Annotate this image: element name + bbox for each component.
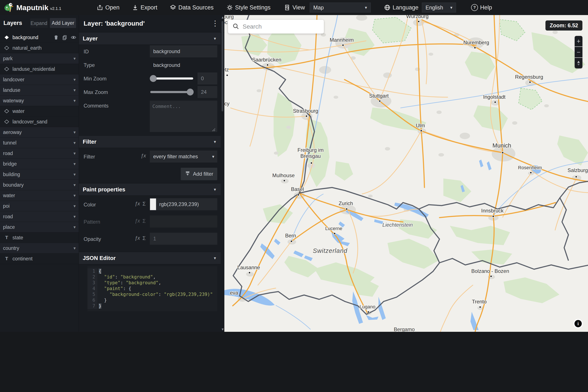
layer-list-item-landcover_sand[interactable]: landcover_sand: [0, 116, 79, 127]
scroll-up-icon[interactable]: ▲: [221, 16, 224, 19]
section-layer[interactable]: Layer ▾: [79, 32, 221, 45]
max-zoom-value[interactable]: 24: [198, 86, 217, 98]
layer-list-item-water[interactable]: water▾: [0, 190, 79, 201]
layer-list-item-background[interactable]: background: [0, 32, 79, 43]
duplicate-layer-icon[interactable]: [62, 34, 67, 40]
map-label: Basel: [291, 186, 304, 192]
chevron-down-icon[interactable]: ▾: [73, 98, 76, 103]
json-editor-line[interactable]: 1{: [87, 268, 217, 274]
min-zoom-value[interactable]: 0: [198, 72, 217, 84]
chevron-down-icon[interactable]: ▾: [73, 130, 76, 135]
json-editor-line[interactable]: 6 }: [87, 298, 217, 303]
layer-list-item-road[interactable]: road▾: [0, 211, 79, 222]
style-settings-menu-button[interactable]: Style Settings: [227, 4, 271, 11]
layer-list-item-park[interactable]: park▾: [0, 53, 79, 64]
comments-textarea[interactable]: [150, 101, 217, 132]
min-zoom-slider[interactable]: [150, 78, 193, 80]
chevron-down-icon[interactable]: ▾: [73, 140, 76, 145]
id-input[interactable]: background: [150, 45, 217, 58]
layer-list-item-natural_earth[interactable]: natural_earth: [0, 43, 79, 53]
layer-list-item-road[interactable]: road▾: [0, 148, 79, 159]
chevron-down-icon[interactable]: ▾: [73, 193, 76, 198]
layer-list-item-waterway[interactable]: waterway▾: [0, 96, 79, 106]
zoom-out-button[interactable]: −: [575, 47, 583, 58]
chevron-down-icon[interactable]: ▾: [73, 172, 76, 177]
attribution-info-button[interactable]: i: [573, 319, 583, 328]
layer-list-item-continent[interactable]: Tcontinent: [0, 254, 79, 264]
min-zoom-label: Min Zoom: [84, 76, 107, 82]
layer-list-item-water[interactable]: water: [0, 106, 79, 116]
visibility-eye-icon[interactable]: [70, 34, 76, 40]
json-code-editor[interactable]: 1{2 "id": "background",3 "type": "backgr…: [87, 266, 217, 311]
brand[interactable]: Maputnik v2.1.1: [4, 2, 61, 13]
chevron-down-icon[interactable]: ▾: [73, 88, 76, 93]
min-zoom-slider-thumb[interactable]: [150, 75, 157, 82]
color-input[interactable]: rgb(239,239,239): [156, 198, 217, 210]
add-filter-button[interactable]: Add filter: [181, 168, 217, 180]
textarea-resize-grip[interactable]: [212, 128, 215, 131]
layer-list-item-aeroway[interactable]: aeroway▾: [0, 127, 79, 138]
layer-list-item-tunnel[interactable]: tunnel▾: [0, 138, 79, 148]
layer-list-item-country[interactable]: country▾: [0, 243, 79, 254]
map-label: Bolzano - Bozen: [471, 268, 509, 274]
max-zoom-slider-thumb[interactable]: [187, 88, 194, 96]
json-editor-line[interactable]: 3 "type": "background",: [87, 280, 217, 286]
layer-list-item-boundary[interactable]: boundary▾: [0, 180, 79, 190]
compass-reset-button[interactable]: [575, 58, 583, 68]
map-label: Breisgau: [300, 153, 321, 159]
delete-layer-icon[interactable]: [53, 34, 59, 40]
export-menu-button[interactable]: Export: [132, 4, 157, 11]
section-filter[interactable]: Filter ▾: [79, 136, 221, 148]
section-paint[interactable]: Paint properties ▾: [79, 183, 221, 196]
data-sources-menu-button[interactable]: Data Sources: [170, 4, 214, 11]
chevron-down-icon[interactable]: ▾: [73, 224, 76, 230]
layer-list-item-landuse[interactable]: landuse▾: [0, 85, 79, 96]
json-editor-line[interactable]: 5 "background-color": "rgb(239,239,239)": [87, 292, 217, 298]
map-viewport[interactable]: bourgocWürzburgMannheimNurembergSaarbrüc…: [224, 15, 588, 332]
language-select[interactable]: English ▾: [422, 2, 456, 12]
kebab-menu-icon[interactable]: ⋮: [212, 19, 219, 28]
scrollbar-thumb[interactable]: [222, 21, 223, 112]
zoom-in-button[interactable]: +: [575, 36, 583, 47]
layer-list-item-poi[interactable]: poi▾: [0, 201, 79, 211]
sigma-icon[interactable]: Σ: [142, 235, 146, 241]
add-layer-button[interactable]: Add Layer: [50, 18, 76, 28]
chevron-down-icon[interactable]: ▾: [73, 151, 76, 156]
layer-list-item-state[interactable]: Tstate: [0, 232, 79, 243]
color-swatch[interactable]: [150, 198, 156, 210]
chevron-down-icon[interactable]: ▾: [73, 246, 76, 251]
chevron-down-icon[interactable]: ▾: [73, 77, 76, 82]
panel-scrollbar[interactable]: ▲ ▼: [221, 16, 224, 331]
chevron-down-icon[interactable]: ▾: [73, 214, 76, 219]
sigma-icon[interactable]: Σ: [142, 201, 146, 207]
pattern-input[interactable]: [150, 216, 217, 228]
help-menu-button[interactable]: ? Help: [471, 4, 492, 11]
json-editor-line[interactable]: 4 "paint": {: [87, 286, 217, 292]
chevron-down-icon[interactable]: ▾: [73, 161, 76, 166]
view-menu-button[interactable]: View: [284, 4, 305, 11]
layer-list-item-building[interactable]: building▾: [0, 169, 79, 180]
chevron-down-icon[interactable]: ▾: [73, 56, 76, 61]
expand-button[interactable]: Expand: [30, 18, 48, 28]
fx-icon[interactable]: ƒx: [135, 235, 140, 241]
city-dot: [420, 130, 422, 132]
layer-list-item-landcover[interactable]: landcover▾: [0, 74, 79, 85]
layer-list-item-place[interactable]: place▾: [0, 222, 79, 232]
layer-list-item-bridge[interactable]: bridge▾: [0, 159, 79, 169]
json-editor-line[interactable]: 2 "id": "background",: [87, 274, 217, 280]
json-editor-line[interactable]: 7}: [87, 303, 217, 309]
layer-list-item-landuse_residential[interactable]: landuse_residential: [0, 64, 79, 74]
section-json-editor[interactable]: JSON Editor ▾: [79, 252, 221, 264]
filter-combinator-select[interactable]: every filter matches ▾: [150, 150, 217, 162]
chevron-down-icon[interactable]: ▾: [73, 204, 76, 208]
view-mode-select[interactable]: Map ▾: [310, 2, 371, 12]
scroll-down-icon[interactable]: ▼: [221, 328, 224, 331]
max-zoom-slider[interactable]: [150, 91, 193, 93]
fx-icon[interactable]: ƒx: [141, 153, 146, 159]
opacity-input[interactable]: 1: [150, 233, 217, 245]
map-canvas[interactable]: bourgocWürzburgMannheimNurembergSaarbrüc…: [224, 15, 588, 332]
fx-icon[interactable]: ƒx: [135, 201, 140, 207]
open-menu-button[interactable]: Open: [97, 4, 119, 11]
map-search-box[interactable]: Search: [228, 20, 324, 34]
chevron-down-icon[interactable]: ▾: [73, 182, 76, 188]
